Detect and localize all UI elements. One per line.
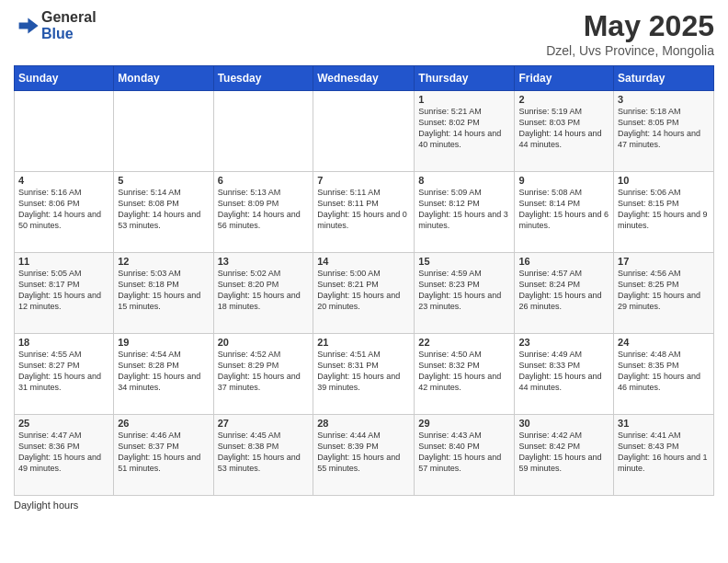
subtitle: Dzel, Uvs Province, Mongolia — [546, 43, 714, 58]
calendar-cell: 10Sunrise: 5:06 AMSunset: 8:15 PMDayligh… — [614, 172, 714, 253]
calendar-cell: 14Sunrise: 5:00 AMSunset: 8:21 PMDayligh… — [313, 253, 415, 334]
day-number: 25 — [18, 418, 109, 429]
day-info: Sunrise: 5:21 AMSunset: 8:02 PMDaylight:… — [418, 106, 510, 151]
calendar-cell: 30Sunrise: 4:42 AMSunset: 8:42 PMDayligh… — [515, 415, 614, 496]
day-info: Sunrise: 4:44 AMSunset: 8:39 PMDaylight:… — [317, 430, 410, 475]
calendar-cell: 8Sunrise: 5:09 AMSunset: 8:12 PMDaylight… — [415, 172, 515, 253]
day-number: 4 — [18, 175, 109, 186]
calendar-cell: 11Sunrise: 5:05 AMSunset: 8:17 PMDayligh… — [15, 253, 114, 334]
calendar-week-4: 18Sunrise: 4:55 AMSunset: 8:27 PMDayligh… — [15, 334, 714, 415]
calendar-cell: 16Sunrise: 4:57 AMSunset: 8:24 PMDayligh… — [515, 253, 614, 334]
day-number: 16 — [518, 256, 609, 267]
day-of-week-monday: Monday — [114, 66, 213, 91]
day-number: 14 — [317, 256, 410, 267]
calendar-cell: 3Sunrise: 5:18 AMSunset: 8:05 PMDaylight… — [614, 91, 714, 172]
day-info: Sunrise: 4:59 AMSunset: 8:23 PMDaylight:… — [418, 268, 510, 313]
day-of-week-thursday: Thursday — [415, 66, 515, 91]
calendar-cell: 2Sunrise: 5:19 AMSunset: 8:03 PMDaylight… — [515, 91, 614, 172]
day-number: 17 — [618, 256, 710, 267]
calendar-cell: 1Sunrise: 5:21 AMSunset: 8:02 PMDaylight… — [415, 91, 515, 172]
day-info: Sunrise: 4:42 AMSunset: 8:42 PMDaylight:… — [518, 430, 609, 475]
calendar-week-2: 4Sunrise: 5:16 AMSunset: 8:06 PMDaylight… — [15, 172, 714, 253]
day-info: Sunrise: 5:02 AMSunset: 8:20 PMDaylight:… — [218, 268, 310, 313]
title-area: May 2025 Dzel, Uvs Province, Mongolia — [546, 9, 714, 58]
calendar-cell — [313, 91, 415, 172]
calendar-cell: 25Sunrise: 4:47 AMSunset: 8:36 PMDayligh… — [15, 415, 114, 496]
day-info: Sunrise: 4:50 AMSunset: 8:32 PMDaylight:… — [418, 349, 510, 394]
day-number: 12 — [118, 256, 209, 267]
header: General Blue May 2025 Dzel, Uvs Province… — [14, 9, 714, 58]
calendar-body: 1Sunrise: 5:21 AMSunset: 8:02 PMDaylight… — [15, 91, 714, 496]
day-number: 23 — [518, 337, 609, 348]
day-info: Sunrise: 4:55 AMSunset: 8:27 PMDaylight:… — [18, 349, 109, 394]
day-number: 5 — [118, 175, 209, 186]
day-number: 19 — [118, 337, 209, 348]
day-info: Sunrise: 4:48 AMSunset: 8:35 PMDaylight:… — [618, 349, 710, 394]
day-info: Sunrise: 5:06 AMSunset: 8:15 PMDaylight:… — [618, 187, 710, 232]
calendar-cell: 21Sunrise: 4:51 AMSunset: 8:31 PMDayligh… — [313, 334, 415, 415]
day-of-week-sunday: Sunday — [15, 66, 114, 91]
day-of-week-saturday: Saturday — [614, 66, 714, 91]
day-of-week-tuesday: Tuesday — [213, 66, 313, 91]
header-row: SundayMondayTuesdayWednesdayThursdayFrid… — [15, 66, 714, 91]
day-number: 10 — [618, 175, 710, 186]
calendar-cell: 18Sunrise: 4:55 AMSunset: 8:27 PMDayligh… — [15, 334, 114, 415]
day-number: 9 — [518, 175, 609, 186]
calendar-table: SundayMondayTuesdayWednesdayThursdayFrid… — [14, 65, 714, 496]
logo-blue-text: Blue — [41, 26, 97, 42]
calendar-cell: 22Sunrise: 4:50 AMSunset: 8:32 PMDayligh… — [415, 334, 515, 415]
day-info: Sunrise: 5:18 AMSunset: 8:05 PMDaylight:… — [618, 106, 710, 151]
calendar-cell: 26Sunrise: 4:46 AMSunset: 8:37 PMDayligh… — [114, 415, 213, 496]
day-info: Sunrise: 4:45 AMSunset: 8:38 PMDaylight:… — [218, 430, 310, 475]
day-info: Sunrise: 5:11 AMSunset: 8:11 PMDaylight:… — [317, 187, 410, 232]
calendar-cell: 4Sunrise: 5:16 AMSunset: 8:06 PMDaylight… — [15, 172, 114, 253]
day-number: 2 — [518, 94, 609, 105]
day-number: 21 — [317, 337, 410, 348]
calendar-cell: 24Sunrise: 4:48 AMSunset: 8:35 PMDayligh… — [614, 334, 714, 415]
day-of-week-friday: Friday — [515, 66, 614, 91]
logo-general-text: General — [41, 9, 97, 26]
day-number: 8 — [418, 175, 510, 186]
day-number: 30 — [518, 418, 609, 429]
day-number: 31 — [618, 418, 710, 429]
day-info: Sunrise: 4:54 AMSunset: 8:28 PMDaylight:… — [118, 349, 209, 394]
calendar-cell: 13Sunrise: 5:02 AMSunset: 8:20 PMDayligh… — [213, 253, 313, 334]
calendar-cell: 6Sunrise: 5:13 AMSunset: 8:09 PMDaylight… — [213, 172, 313, 253]
day-info: Sunrise: 4:43 AMSunset: 8:40 PMDaylight:… — [418, 430, 510, 475]
day-info: Sunrise: 5:05 AMSunset: 8:17 PMDaylight:… — [18, 268, 109, 313]
day-info: Sunrise: 4:47 AMSunset: 8:36 PMDaylight:… — [18, 430, 109, 475]
day-info: Sunrise: 5:13 AMSunset: 8:09 PMDaylight:… — [218, 187, 310, 232]
day-info: Sunrise: 4:49 AMSunset: 8:33 PMDaylight:… — [518, 349, 609, 394]
calendar-header: SundayMondayTuesdayWednesdayThursdayFrid… — [15, 66, 714, 91]
calendar-week-3: 11Sunrise: 5:05 AMSunset: 8:17 PMDayligh… — [15, 253, 714, 334]
calendar-cell — [213, 91, 313, 172]
day-number: 7 — [317, 175, 410, 186]
day-number: 18 — [18, 337, 109, 348]
calendar-cell: 28Sunrise: 4:44 AMSunset: 8:39 PMDayligh… — [313, 415, 415, 496]
day-number: 11 — [18, 256, 109, 267]
day-info: Sunrise: 5:16 AMSunset: 8:06 PMDaylight:… — [18, 187, 109, 232]
day-of-week-wednesday: Wednesday — [313, 66, 415, 91]
calendar-cell: 19Sunrise: 4:54 AMSunset: 8:28 PMDayligh… — [114, 334, 213, 415]
day-info: Sunrise: 5:19 AMSunset: 8:03 PMDaylight:… — [518, 106, 609, 151]
day-number: 20 — [218, 337, 310, 348]
calendar-cell: 7Sunrise: 5:11 AMSunset: 8:11 PMDaylight… — [313, 172, 415, 253]
day-info: Sunrise: 5:03 AMSunset: 8:18 PMDaylight:… — [118, 268, 209, 313]
main-title: May 2025 — [546, 9, 714, 43]
day-info: Sunrise: 5:09 AMSunset: 8:12 PMDaylight:… — [418, 187, 510, 232]
day-number: 22 — [418, 337, 510, 348]
calendar-cell: 29Sunrise: 4:43 AMSunset: 8:40 PMDayligh… — [415, 415, 515, 496]
day-number: 3 — [618, 94, 710, 105]
calendar-week-5: 25Sunrise: 4:47 AMSunset: 8:36 PMDayligh… — [15, 415, 714, 496]
calendar-cell — [15, 91, 114, 172]
calendar-cell: 17Sunrise: 4:56 AMSunset: 8:25 PMDayligh… — [614, 253, 714, 334]
day-info: Sunrise: 5:14 AMSunset: 8:08 PMDaylight:… — [118, 187, 209, 232]
day-number: 24 — [618, 337, 710, 348]
calendar-cell: 31Sunrise: 4:41 AMSunset: 8:43 PMDayligh… — [614, 415, 714, 496]
calendar-cell: 5Sunrise: 5:14 AMSunset: 8:08 PMDaylight… — [114, 172, 213, 253]
day-number: 13 — [218, 256, 310, 267]
calendar-cell: 12Sunrise: 5:03 AMSunset: 8:18 PMDayligh… — [114, 253, 213, 334]
day-info: Sunrise: 4:52 AMSunset: 8:29 PMDaylight:… — [218, 349, 310, 394]
day-number: 1 — [418, 94, 510, 105]
calendar-cell — [114, 91, 213, 172]
